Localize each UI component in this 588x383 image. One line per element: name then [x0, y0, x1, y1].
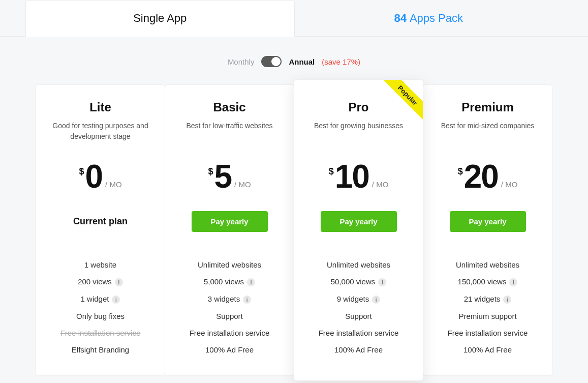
feature-item: 100% Ad Free: [173, 341, 286, 358]
feature-text: 100% Ad Free: [205, 345, 254, 354]
plan-card-premium: PremiumBest for mid-sized companies$20/ …: [423, 84, 552, 376]
plan-price: 5: [214, 160, 231, 193]
billing-annual-label[interactable]: Annual: [289, 57, 315, 66]
plan-price-row: $20/ MO: [431, 160, 544, 193]
feature-text: Free installation service: [60, 329, 141, 337]
plan-name: Premium: [431, 100, 544, 114]
feature-text: Support: [216, 312, 243, 320]
feature-item: Unlimited websites: [302, 256, 415, 273]
info-icon[interactable]: i: [372, 296, 380, 304]
plan-card-basic: BasicBest for low-traffic websites$5/ MO…: [165, 84, 294, 376]
feature-item: Premium support: [431, 308, 544, 325]
plan-name: Basic: [173, 100, 286, 114]
plan-desc: Best for growing businesses: [302, 121, 415, 142]
feature-item: Elfsight Branding: [44, 341, 157, 358]
currency-symbol: $: [208, 166, 213, 177]
pay-yearly-button[interactable]: Pay yearly: [450, 211, 526, 232]
info-icon[interactable]: i: [509, 278, 517, 286]
plan-desc: Best for low-traffic websites: [173, 121, 286, 142]
feature-text: 100% Ad Free: [463, 345, 512, 354]
feature-text: Unlimited websites: [327, 260, 390, 269]
plan-price: 20: [464, 160, 498, 193]
feature-item: 100% Ad Free: [302, 341, 415, 358]
feature-item: Unlimited websites: [173, 256, 286, 273]
billing-monthly-label[interactable]: Monthly: [228, 57, 255, 66]
info-icon[interactable]: i: [115, 278, 123, 286]
feature-item: 21 widgetsi: [431, 290, 544, 308]
feature-item: Support: [173, 308, 286, 325]
plan-price: 0: [85, 160, 102, 193]
feature-text: Support: [345, 312, 372, 320]
feature-text: 21 widgets: [464, 294, 501, 303]
feature-text: Unlimited websites: [198, 260, 261, 269]
info-icon[interactable]: i: [112, 296, 120, 304]
current-plan-label: Current plan: [44, 211, 157, 232]
plan-features: Unlimited websites5,000 viewsi3 widgetsi…: [173, 256, 286, 358]
feature-text: 1 widget: [81, 294, 109, 303]
plan-desc: Good for testing purposes and developmen…: [44, 121, 157, 142]
feature-text: 100% Ad Free: [334, 345, 383, 354]
currency-symbol: $: [329, 166, 334, 177]
feature-text: 5,000 views: [204, 277, 244, 286]
pricing-tabs: Single App 84 Apps Pack: [0, 0, 588, 37]
plan-price-row: $0/ MO: [44, 160, 157, 193]
plan-features: Unlimited websites50,000 viewsi9 widgets…: [302, 256, 415, 358]
feature-item: 1 website: [44, 256, 157, 273]
feature-item: 9 widgetsi: [302, 290, 415, 308]
plan-name: Pro: [302, 100, 415, 114]
pay-yearly-button[interactable]: Pay yearly: [321, 211, 397, 232]
feature-item: 5,000 viewsi: [173, 273, 286, 290]
plan-period: / MO: [105, 180, 122, 189]
pay-yearly-button[interactable]: Pay yearly: [192, 211, 268, 232]
plans-grid: LiteGood for testing purposes and develo…: [0, 84, 588, 376]
feature-text: 150,000 views: [458, 277, 507, 286]
feature-text: Free installation service: [448, 329, 528, 337]
info-icon[interactable]: i: [378, 278, 386, 286]
feature-text: Free installation service: [190, 329, 270, 337]
tab-apps-pack[interactable]: 84 Apps Pack: [295, 0, 563, 36]
billing-toggle[interactable]: [261, 56, 282, 67]
plan-period: / MO: [372, 180, 389, 189]
feature-item: 1 widgeti: [44, 290, 157, 308]
plan-card-lite: LiteGood for testing purposes and develo…: [36, 84, 165, 376]
feature-item: Free installation service: [431, 325, 544, 341]
tab-single-app[interactable]: Single App: [25, 0, 295, 37]
feature-item: Only bug fixes: [44, 308, 157, 325]
info-icon[interactable]: i: [247, 278, 255, 286]
plan-features: Unlimited websites150,000 viewsi21 widge…: [431, 256, 544, 358]
feature-text: 3 widgets: [208, 294, 240, 303]
billing-save-note: (save 17%): [322, 57, 360, 66]
feature-text: 1 website: [84, 260, 116, 269]
plan-price-row: $10/ MO: [302, 160, 415, 193]
tab-pack-count: 84: [394, 12, 406, 25]
plan-period: / MO: [234, 180, 251, 189]
plan-features: 1 website200 viewsi1 widgetiOnly bug fix…: [44, 256, 157, 358]
feature-item: Free installation service: [302, 325, 415, 341]
plan-period: / MO: [501, 180, 518, 189]
feature-text: Only bug fixes: [76, 312, 125, 320]
plan-card-pro: PopularProBest for growing businesses$10…: [294, 79, 423, 381]
feature-text: Unlimited websites: [456, 260, 519, 269]
feature-text: 9 widgets: [337, 294, 369, 303]
feature-item: 3 widgetsi: [173, 290, 286, 308]
billing-toggle-row: Monthly Annual (save 17%): [0, 37, 588, 84]
feature-text: Premium support: [458, 312, 516, 320]
info-icon[interactable]: i: [243, 296, 251, 304]
feature-item: 200 viewsi: [44, 273, 157, 290]
currency-symbol: $: [458, 166, 463, 177]
feature-text: 50,000 views: [331, 277, 376, 286]
plan-desc: Best for mid-sized companies: [431, 121, 544, 142]
feature-item: 150,000 viewsi: [431, 273, 544, 290]
feature-text: Free installation service: [319, 329, 399, 337]
feature-item: 100% Ad Free: [431, 341, 544, 358]
feature-item: Unlimited websites: [431, 256, 544, 273]
tab-pack-label: Apps Pack: [410, 12, 463, 25]
feature-text: 200 views: [78, 277, 112, 286]
plan-name: Lite: [44, 100, 157, 114]
currency-symbol: $: [79, 166, 84, 177]
feature-text: Elfsight Branding: [72, 345, 129, 354]
plan-price-row: $5/ MO: [173, 160, 286, 193]
feature-item: Support: [302, 308, 415, 325]
info-icon[interactable]: i: [503, 296, 511, 304]
toggle-knob: [271, 57, 281, 66]
